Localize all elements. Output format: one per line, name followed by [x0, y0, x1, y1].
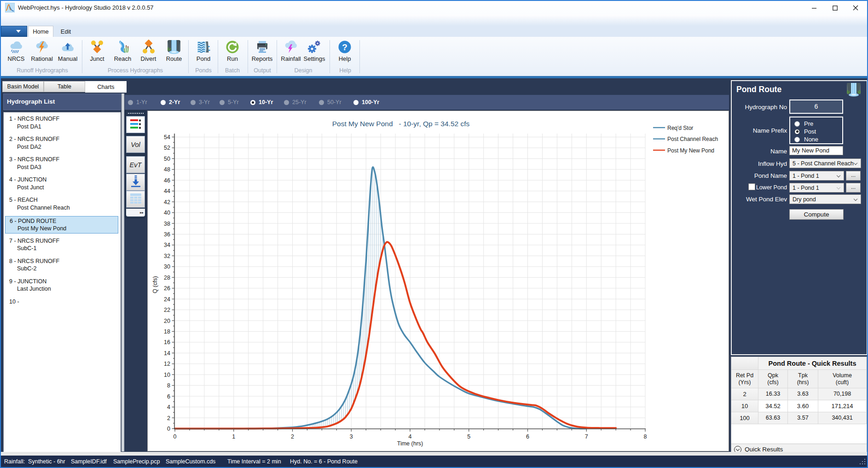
radio-none[interactable]: None — [794, 136, 818, 143]
hydrograph-chart[interactable]: 0123456780246810121416182022242628303234… — [148, 111, 729, 451]
hydrograph-no-input[interactable]: 6 — [789, 99, 843, 114]
table-cell[interactable]: 34.52 — [758, 400, 788, 412]
export-button[interactable] — [126, 174, 145, 191]
ribbon-button-reach[interactable]: Reach — [110, 40, 136, 67]
table-cell[interactable]: 63.63 — [758, 412, 788, 424]
ribbon-group-separator — [277, 40, 277, 73]
volume-button[interactable]: Vol — [126, 136, 145, 153]
svg-text:28: 28 — [164, 275, 170, 281]
hydrograph-list-item-2[interactable]: 2 - NRCS RUNOFFPost DA2 — [5, 135, 118, 152]
table-cell[interactable]: 100 — [731, 412, 758, 424]
table-button[interactable] — [126, 191, 145, 208]
radio-label: 5-Yr — [228, 99, 239, 105]
ribbon-button-run[interactable]: Run — [220, 40, 245, 67]
ribbon-button-label: Manual — [55, 55, 81, 62]
svg-text:24: 24 — [164, 296, 170, 303]
chart-tool-column: ▸▸ VolEvT — [124, 111, 147, 451]
hydrograph-list-item-8[interactable]: 8 - NRCS RUNOFFSubC-2 — [5, 257, 118, 274]
ribbon-group-label: Runoff Hydrographs — [17, 67, 68, 74]
river-reach-icon — [110, 40, 136, 54]
svg-text:48: 48 — [164, 166, 170, 173]
legend-label: Req'd Stor — [667, 125, 693, 131]
svg-text:5: 5 — [467, 433, 470, 440]
close-button[interactable] — [848, 2, 863, 13]
return-period-radio-2-yr[interactable]: 2-Yr — [161, 95, 180, 110]
ribbon-button-reports[interactable]: Reports — [249, 40, 275, 67]
ribbon-button-settings[interactable]: Settings — [301, 40, 327, 67]
toolbox-drag-handle[interactable] — [127, 112, 144, 114]
ribbon-group-label: Ponds — [195, 67, 211, 74]
ribbon-button-nrcs[interactable]: NRCS — [3, 40, 29, 67]
table-cell[interactable]: 3.57 — [788, 412, 818, 424]
hydrograph-list-item-3[interactable]: 3 - NRCS RUNOFFPost DA3 — [5, 155, 118, 172]
view-tab-basin-model[interactable]: Basin Model — [2, 81, 44, 92]
lower-pond-select[interactable]: 1 - Pond 1 — [789, 183, 844, 193]
table-cell[interactable]: 3.60 — [788, 400, 818, 412]
ribbon-button-pond[interactable]: Pond — [191, 40, 216, 67]
table-cell[interactable]: 171,214 — [818, 400, 867, 412]
ribbon-button-route[interactable]: Route — [161, 40, 187, 67]
radio-icon — [191, 100, 196, 105]
evt-button[interactable]: EvT — [126, 156, 145, 173]
ribbon-backstage-strip — [1, 15, 867, 26]
status-segment: Rainfall: Synthetic - 6hr — [4, 458, 65, 465]
minimize-button[interactable] — [806, 2, 822, 13]
hydrograph-list-item-7[interactable]: 7 - NRCS RUNOFFSubC-1 — [5, 236, 118, 254]
radio-pre[interactable]: Pre — [794, 120, 813, 127]
ribbon-button-rational[interactable]: Rational — [29, 40, 55, 67]
ribbon-button-manual[interactable]: Manual — [55, 40, 81, 67]
backstage-menu-button[interactable] — [1, 26, 27, 37]
hydrograph-list-item-4[interactable]: 4 - JUNCTIONPost Junct — [5, 175, 118, 193]
cloud-arrow-up-icon — [55, 40, 81, 54]
table-cell[interactable]: 10 — [731, 400, 758, 412]
hydrograph-no-label: Hydrograph No — [745, 104, 787, 111]
resize-grip[interactable] — [859, 458, 866, 465]
hydrograph-list-item-1[interactable]: 1 - NRCS RUNOFFPost DA1 — [5, 114, 118, 132]
ribbon-group-separator — [82, 40, 82, 73]
window-title: WebProject.hys - Hydrology Studio 2018 v… — [18, 4, 154, 11]
pond-name-select[interactable]: 1 - Pond 1 — [789, 171, 844, 181]
junction-node-icon — [84, 40, 110, 54]
series-legend-button[interactable] — [126, 116, 145, 133]
table-cell[interactable]: 2 — [731, 388, 758, 400]
hydrograph-list-item-9[interactable]: 9 - JUNCTIONLast Junction — [5, 277, 118, 294]
status-bar: Rainfall: Synthetic - 6hrSampleIDF.idfSa… — [1, 456, 867, 467]
inflow-hyd-select[interactable]: 5 - Post Channel Reach — [789, 158, 861, 168]
radio-post[interactable]: Post — [794, 128, 816, 135]
hydrograph-list-item-6[interactable]: 6 - POND ROUTEPost My New Pond — [5, 216, 118, 234]
compute-button[interactable]: Compute — [789, 209, 844, 220]
help-circle-icon: ? — [332, 40, 358, 54]
ribbon-group-label: Output — [254, 67, 271, 74]
hydrograph-list-item-5[interactable]: 5 - REACHPost Channel Reach — [5, 195, 118, 213]
ribbon-button-junct[interactable]: Junct — [84, 40, 110, 67]
ribbon-button-rainfall[interactable]: Rainfall — [278, 40, 304, 67]
return-period-radio-100-yr[interactable]: 100-Yr — [353, 95, 379, 110]
ribbon-button-divert[interactable]: Divert — [136, 40, 162, 67]
view-tab-table[interactable]: Table — [44, 81, 85, 92]
pond-name-browse-button[interactable]: ... — [846, 171, 861, 181]
lower-pond-checkbox[interactable] — [748, 183, 755, 190]
view-tab-charts[interactable]: Charts — [85, 81, 127, 93]
table-cell[interactable]: 16.33 — [758, 388, 788, 400]
ribbon-button-help[interactable]: ?Help — [332, 40, 358, 67]
table-cell[interactable]: 70,198 — [818, 388, 867, 400]
table-cell[interactable]: 340,431 — [818, 412, 867, 424]
item-type: 7 - NRCS RUNOFF — [9, 237, 118, 245]
waterfall-icon — [161, 40, 187, 54]
tab-edit[interactable]: Edit — [53, 26, 78, 37]
lower-pond-browse-button[interactable]: ... — [846, 183, 861, 193]
return-period-radio-10-yr[interactable]: 10-Yr — [250, 95, 273, 110]
tab-home[interactable]: Home — [28, 26, 53, 37]
svg-text:14: 14 — [164, 350, 170, 357]
maximize-button[interactable] — [827, 2, 843, 13]
wet-pond-elev-select[interactable]: Dry pond — [789, 194, 861, 204]
table-corner-cell — [731, 357, 758, 370]
toolbox-collapse-bar[interactable]: ▸▸ — [126, 209, 145, 216]
chart-panel: 0123456780246810121416182022242628303234… — [147, 111, 729, 451]
download-arrow-icon — [129, 175, 142, 189]
ribbon-group-separator — [188, 40, 189, 73]
table-cell[interactable]: 3.63 — [788, 388, 818, 400]
hydrograph-list-item-10[interactable]: 10 - — [5, 297, 118, 315]
name-input[interactable]: My New Pond — [789, 146, 843, 155]
ribbon-button-label: Junct — [84, 55, 110, 62]
